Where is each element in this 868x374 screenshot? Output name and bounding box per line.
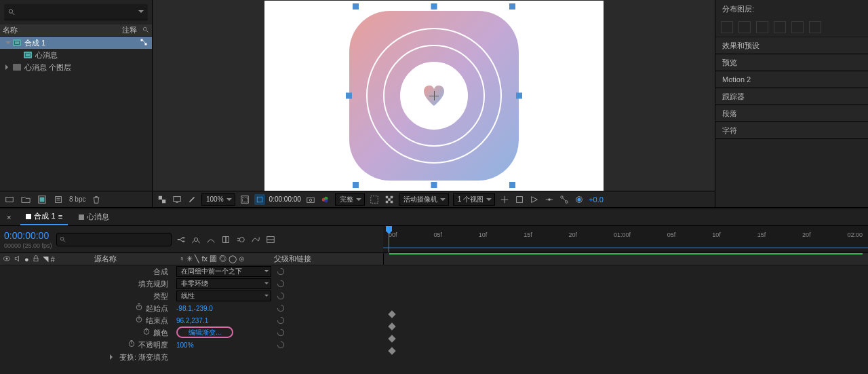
property-value[interactable]: 100% [176,341,194,349]
property-row[interactable]: 结束点96.2,237.1 [0,314,868,326]
frame-blend-icon[interactable] [220,234,231,245]
stopwatch-icon[interactable] [135,315,143,323]
timeline-icon[interactable] [544,194,555,205]
exposure-value[interactable]: +0.0 [589,195,604,204]
property-value[interactable]: -98.1,-239.0 [176,305,213,312]
panel-header[interactable]: 预览 [715,54,868,71]
transform-handle[interactable] [346,92,352,98]
channel-icon[interactable] [320,194,331,205]
pickwhip-icon[interactable] [277,292,285,300]
transform-handle[interactable] [431,182,437,188]
project-tree[interactable]: 合成 1心消息心消息 个图层 [0,37,152,191]
solo-column-icon[interactable]: ● [24,255,29,263]
zoom-select[interactable]: 100% [201,193,235,206]
property-row[interactable]: 不透明度100% [0,339,868,351]
roi-icon[interactable] [369,194,380,205]
project-item[interactable]: 心消息 个图层 [0,61,152,73]
panel-header[interactable]: 字符 [715,122,868,138]
new-folder-icon[interactable] [20,194,31,205]
property-row[interactable]: 颜色编辑渐变... [0,326,868,339]
camera-select[interactable]: 活动摄像机 [399,193,449,206]
bpc-label[interactable]: 8 bpc [69,195,85,203]
draft-icon[interactable] [186,194,197,205]
panel-header[interactable]: Motion 2 [715,71,868,88]
guides-icon[interactable] [499,194,510,205]
settings-icon[interactable] [53,194,64,205]
transform-handle[interactable] [509,182,515,188]
comp-mini-flow-icon[interactable] [176,234,186,245]
project-search[interactable] [4,4,148,20]
transform-handle[interactable] [431,3,437,10]
flowchart-mini-icon[interactable] [140,38,148,48]
transform-handle[interactable] [353,182,359,188]
motion-blur-icon[interactable] [235,234,246,245]
panel-header[interactable]: 跟踪器 [715,88,868,105]
fast-preview-icon[interactable] [529,194,540,205]
anchor-point-icon[interactable] [429,91,439,100]
viewer-canvas-area[interactable] [153,0,715,191]
edit-gradient-button[interactable]: 编辑渐变... [176,326,233,338]
property-select[interactable]: 非零环绕 [176,278,271,289]
interpret-footage-icon[interactable] [4,194,15,205]
safe-zones-icon[interactable] [239,194,250,205]
transform-handle[interactable] [516,92,522,98]
work-area-bar[interactable] [383,247,868,248]
new-comp-icon[interactable] [37,194,47,205]
project-search-input[interactable] [18,8,138,16]
property-row[interactable]: 合成在同组中前一个之下 [0,265,868,278]
project-item[interactable]: 合成 1 [0,37,152,49]
stopwatch-icon[interactable] [135,303,143,311]
timeline-search-input[interactable] [66,236,168,244]
property-row[interactable]: 填充规则非零环绕 [0,278,868,290]
transform-handle[interactable] [353,3,359,10]
timeline-search[interactable] [56,233,172,246]
distrib-top-icon[interactable] [721,21,733,33]
alpha-icon[interactable] [157,194,167,205]
distrib-right-icon[interactable] [809,21,821,33]
resolution-select[interactable]: 完整 [335,193,365,206]
distrib-hcenter-icon[interactable] [791,21,804,33]
search-icon[interactable] [142,26,149,35]
distrib-left-icon[interactable] [774,21,786,33]
col-source-name[interactable]: 源名称 [92,253,176,265]
graph-editor-icon[interactable] [250,234,261,245]
property-value[interactable]: 96.2,237.1 [176,317,208,324]
timeline-tab[interactable]: 合成 1 ≡ [20,208,68,225]
pixel-aspect-icon[interactable] [514,194,525,205]
pickwhip-icon[interactable] [277,304,285,312]
transform-handle[interactable] [509,3,515,10]
project-item[interactable]: 心消息 [0,49,152,61]
property-select[interactable]: 在同组中前一个之下 [176,266,271,277]
property-row[interactable]: 起始点-98.1,-239.0 [0,302,868,314]
shy-icon[interactable] [205,234,216,245]
tab-menu-icon[interactable]: ≡ [58,212,62,221]
monitor-icon[interactable] [172,194,182,205]
draft-3d-icon[interactable] [191,234,201,245]
view-count-select[interactable]: 1 个视图 [453,193,495,206]
stopwatch-icon[interactable] [127,339,136,348]
property-select[interactable]: 线性 [176,291,271,301]
pickwhip-icon[interactable] [277,341,285,349]
snapshot-icon[interactable] [305,194,316,205]
label-column-icon[interactable]: ◥ [43,255,48,263]
pickwhip-icon[interactable] [277,267,285,276]
panel-header[interactable]: 段落 [715,105,868,121]
panel-header[interactable]: 效果和预设 [715,37,868,54]
current-time[interactable]: 0:00:00:00 [4,230,52,241]
footer-timecode[interactable]: 0:00:00:00 [269,195,301,203]
close-tab-icon[interactable]: × [5,212,12,223]
distrib-bottom-icon[interactable] [756,21,768,33]
lock-column-icon[interactable] [32,255,40,264]
time-ruler[interactable]: 00f05f10f15f20f01:00f05f10f15f20f02:00 [383,226,868,253]
pickwhip-icon[interactable] [277,329,285,337]
transparency-grid-icon[interactable] [384,194,395,205]
audio-column-icon[interactable] [14,255,22,264]
stopwatch-icon[interactable] [142,327,151,335]
mask-visibility-icon[interactable] [254,194,265,205]
transform-group-row[interactable]: 变换: 渐变填充 [0,351,868,363]
composition-canvas[interactable] [264,1,604,191]
distrib-vcenter-icon[interactable] [738,21,751,33]
timeline-tab[interactable]: 心消息 [73,208,115,225]
brainstorm-icon[interactable] [265,234,276,245]
exposure-reset-icon[interactable] [574,194,585,205]
